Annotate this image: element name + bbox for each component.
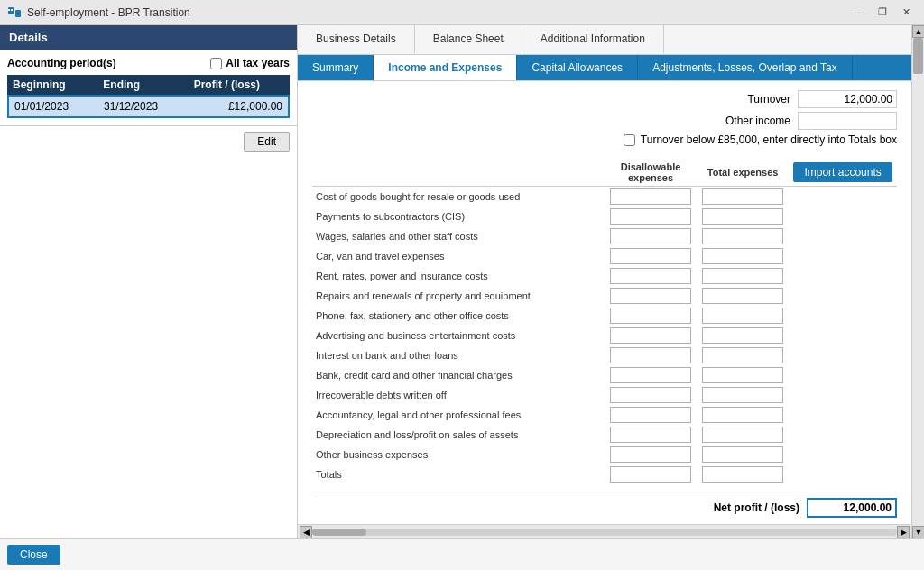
- total-input[interactable]: [702, 446, 783, 463]
- total-input[interactable]: [702, 228, 783, 244]
- tab-additional-information[interactable]: Additional Information: [522, 25, 664, 54]
- bottom-bar: Close: [0, 538, 924, 570]
- disallowable-input[interactable]: [610, 407, 691, 423]
- total-input[interactable]: [702, 466, 783, 483]
- close-window-button[interactable]: ✕: [895, 5, 917, 21]
- total-input[interactable]: [702, 208, 783, 225]
- expense-label: Wages, salaries and other staff costs: [312, 226, 605, 246]
- edit-button[interactable]: Edit: [244, 132, 290, 152]
- disallowable-input[interactable]: [610, 446, 691, 463]
- disallowable-cell: [605, 445, 697, 464]
- tab-business-details[interactable]: Business Details: [298, 25, 415, 54]
- expense-label: Repairs and renewals of property and equ…: [312, 286, 605, 306]
- total-input[interactable]: [702, 387, 783, 403]
- table-row: Depreciation and loss/profit on sales of…: [312, 425, 897, 445]
- col-expense-name: [312, 159, 605, 187]
- total-input[interactable]: [702, 288, 783, 304]
- turnover-input[interactable]: [798, 90, 897, 108]
- other-income-input[interactable]: [798, 112, 897, 130]
- sub-tab-adjustments[interactable]: Adjustments, Losses, Overlap and Tax: [638, 55, 853, 80]
- disallowable-input[interactable]: [610, 387, 691, 403]
- expense-label: Irrecoverable debts written off: [312, 385, 605, 405]
- sub-tab-capital-allowances[interactable]: Capital Allowances: [517, 55, 638, 80]
- row-ending: 31/12/2023: [104, 100, 193, 113]
- disallowable-cell: [605, 385, 697, 405]
- disallowable-input[interactable]: [610, 268, 691, 284]
- spacer-cell: [789, 365, 897, 385]
- total-cell: [697, 306, 789, 326]
- accounting-period-label: Accounting period(s): [7, 57, 116, 69]
- app-icon: [7, 5, 22, 20]
- below-85k-row: Turnover below £85,000, enter directly i…: [624, 133, 897, 146]
- total-input[interactable]: [702, 407, 783, 423]
- spacer-cell: [789, 464, 897, 484]
- restore-button[interactable]: ❐: [872, 5, 893, 21]
- expense-label: Accountancy, legal and other professiona…: [312, 405, 605, 425]
- right-panel-wrapper: Business Details Balance Sheet Additiona…: [298, 25, 924, 538]
- disallowable-cell: [605, 246, 697, 266]
- expense-label: Car, van and travel expenses: [312, 246, 605, 266]
- disallowable-input[interactable]: [610, 347, 691, 363]
- tab-balance-sheet[interactable]: Balance Sheet: [415, 25, 522, 54]
- disallowable-input[interactable]: [610, 208, 691, 225]
- total-cell: [697, 246, 789, 266]
- total-cell: [697, 286, 789, 306]
- horizontal-scrollbar[interactable]: ◀ ▶: [298, 524, 911, 538]
- net-profit-input[interactable]: [807, 498, 897, 518]
- total-cell: [697, 187, 789, 207]
- disallowable-cell: [605, 345, 697, 365]
- accounting-table-row: 01/01/2023 31/12/2023 £12,000.00: [7, 95, 290, 118]
- svg-rect-3: [11, 9, 13, 11]
- scroll-down-arrow[interactable]: ▼: [912, 526, 924, 538]
- expenses-header-row: Disallowable expenses Total expenses Imp…: [312, 159, 897, 187]
- disallowable-input[interactable]: [610, 228, 691, 244]
- svg-rect-1: [15, 10, 21, 17]
- expense-label: Cost of goods bought for resale or goods…: [312, 187, 605, 207]
- spacer-cell: [789, 385, 897, 405]
- table-row: Advertising and business entertainment c…: [312, 326, 897, 345]
- title-bar: Self-employment - BPR Transition — ❐ ✕: [0, 0, 924, 25]
- disallowable-cell: [605, 306, 697, 326]
- other-income-label: Other income: [709, 115, 790, 127]
- below-85k-label: Turnover below £85,000, enter directly i…: [641, 133, 897, 146]
- all-tax-years-checkbox[interactable]: [210, 58, 222, 69]
- disallowable-input[interactable]: [610, 288, 691, 304]
- sub-tab-income-expenses[interactable]: Income and Expenses: [374, 55, 517, 80]
- total-input[interactable]: [702, 248, 783, 264]
- col-ending: Ending: [103, 78, 193, 91]
- spacer-cell: [789, 326, 897, 345]
- total-cell: [697, 385, 789, 405]
- total-input[interactable]: [702, 268, 783, 284]
- scroll-left-arrow[interactable]: ◀: [300, 526, 312, 538]
- total-cell: [697, 425, 789, 445]
- below-85k-checkbox[interactable]: [624, 134, 635, 146]
- total-cell: [697, 445, 789, 464]
- import-accounts-button[interactable]: Import accounts: [793, 162, 892, 182]
- disallowable-input[interactable]: [610, 248, 691, 264]
- sub-tab-summary[interactable]: Summary: [298, 55, 374, 80]
- table-row: Rent, rates, power and insurance costs: [312, 266, 897, 286]
- disallowable-input[interactable]: [610, 188, 691, 205]
- minimize-button[interactable]: —: [848, 5, 870, 21]
- disallowable-input[interactable]: [610, 308, 691, 324]
- spacer-cell: [789, 425, 897, 445]
- close-main-button[interactable]: Close: [7, 545, 60, 565]
- disallowable-cell: [605, 226, 697, 246]
- disallowable-input[interactable]: [610, 427, 691, 443]
- total-input[interactable]: [702, 188, 783, 205]
- disallowable-cell: [605, 187, 697, 207]
- disallowable-input[interactable]: [610, 466, 691, 483]
- disallowable-input[interactable]: [610, 367, 691, 383]
- total-cell: [697, 405, 789, 425]
- total-input[interactable]: [702, 427, 783, 443]
- total-input[interactable]: [702, 347, 783, 363]
- scroll-right-arrow[interactable]: ▶: [897, 526, 910, 538]
- vertical-scrollbar[interactable]: ▲ ▼: [911, 25, 924, 538]
- total-input[interactable]: [702, 367, 783, 383]
- total-input[interactable]: [702, 327, 783, 344]
- total-input[interactable]: [702, 308, 783, 324]
- scroll-up-arrow[interactable]: ▲: [912, 25, 924, 38]
- svg-rect-2: [8, 9, 10, 11]
- disallowable-input[interactable]: [610, 327, 691, 344]
- title-bar-left: Self-employment - BPR Transition: [7, 5, 190, 20]
